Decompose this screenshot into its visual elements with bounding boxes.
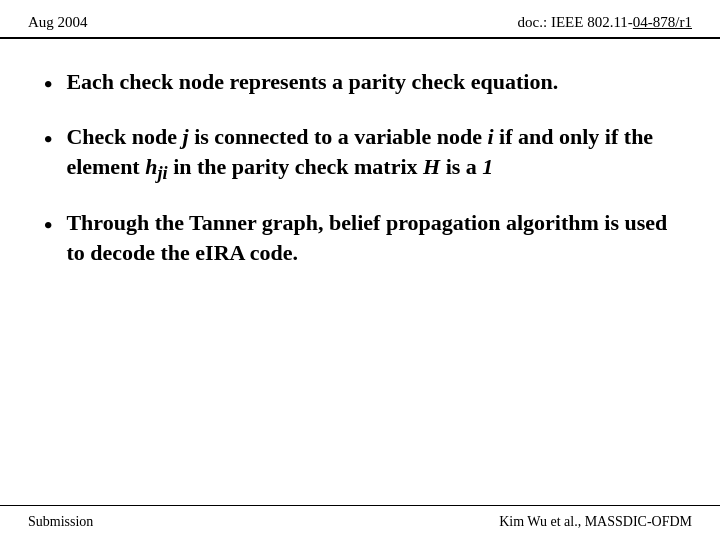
doc-prefix: doc.: IEEE 802.11- xyxy=(518,14,633,30)
date-label: Aug 2004 xyxy=(28,14,88,31)
doc-number: 04-878/r1 xyxy=(633,14,692,30)
footer-authors: Kim Wu et al., MASSDIC-OFDM xyxy=(499,514,692,530)
bullet-dot-2: • xyxy=(44,123,52,155)
bullet-item-3: • Through the Tanner graph, belief propa… xyxy=(44,208,676,267)
bullet-item-1: • Each check node represents a parity ch… xyxy=(44,67,676,100)
bullet-text-2: Check node j is connected to a variable … xyxy=(66,122,676,186)
var-i: i xyxy=(487,124,493,149)
bullet-text-3: Through the Tanner graph, belief propaga… xyxy=(66,208,676,267)
bullet-dot-1: • xyxy=(44,68,52,100)
bullet-dot-3: • xyxy=(44,209,52,241)
slide-footer: Submission Kim Wu et al., MASSDIC-OFDM xyxy=(0,505,720,540)
slide-header: Aug 2004 doc.: IEEE 802.11-04-878/r1 xyxy=(0,0,720,39)
var-hji: hji xyxy=(145,154,167,179)
footer-submission: Submission xyxy=(28,514,93,530)
var-j: j xyxy=(183,124,189,149)
doc-reference: doc.: IEEE 802.11-04-878/r1 xyxy=(518,14,692,31)
main-content: • Each check node represents a parity ch… xyxy=(0,39,720,310)
bullet-list: • Each check node represents a parity ch… xyxy=(44,67,676,268)
bullet-text-1: Each check node represents a parity chec… xyxy=(66,67,676,97)
bullet-item-2: • Check node j is connected to a variabl… xyxy=(44,122,676,186)
val-1: 1 xyxy=(482,154,493,179)
var-H: H xyxy=(423,154,440,179)
